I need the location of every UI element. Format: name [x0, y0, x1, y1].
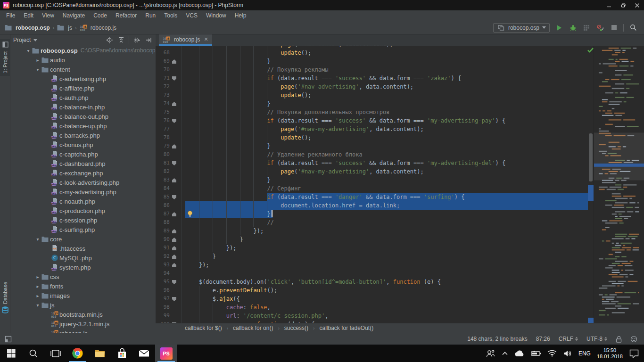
- readonly-lock-icon[interactable]: [616, 336, 622, 343]
- code-line-68[interactable]: 68 update();: [156, 49, 588, 57]
- code-line-85[interactable]: 85 if (data.result === 'danger' && data.…: [156, 193, 588, 201]
- file-explorer-icon[interactable]: [89, 345, 111, 362]
- breadcrumb-item-robocop-js[interactable]: 10010JSrobocop.js: [80, 24, 116, 32]
- tree-item-content[interactable]: ▾content: [10, 65, 156, 74]
- line-number[interactable]: 85: [156, 193, 170, 201]
- code-line-75[interactable]: 75 // Покупка дополнительных просмотров: [156, 108, 588, 116]
- code-line-98[interactable]: 98 cache: false,: [156, 303, 588, 312]
- tree-item-audio[interactable]: ▸audio: [10, 55, 156, 65]
- tree-item-c-surfing-php[interactable]: phpc-surfing.php: [10, 225, 156, 234]
- caret-position[interactable]: 87:26: [536, 336, 550, 342]
- code-line-89[interactable]: 89 });: [156, 227, 588, 235]
- line-number[interactable]: 94: [156, 269, 170, 278]
- line-number[interactable]: 95: [156, 278, 170, 286]
- tree-item-c-affilate-php[interactable]: phpc-affilate.php: [10, 83, 156, 93]
- hector-inspections-icon[interactable]: [630, 336, 637, 343]
- menu-navigate[interactable]: Navigate: [58, 10, 89, 21]
- code-line-92[interactable]: 92 }: [156, 252, 588, 261]
- language-indicator[interactable]: ENG: [578, 350, 591, 357]
- mail-icon[interactable]: [133, 345, 155, 362]
- stop-button[interactable]: [610, 24, 618, 32]
- menu-refactor[interactable]: Refactor: [111, 10, 141, 21]
- fold-collapse-icon[interactable]: [172, 76, 176, 81]
- line-number[interactable]: 83: [156, 176, 170, 184]
- line-number[interactable]: 89: [156, 227, 170, 235]
- tree-item-system-php[interactable]: phpsystem.php: [10, 263, 156, 272]
- gear-icon[interactable]: [132, 36, 141, 44]
- tree-toggle-icon[interactable]: ▾: [34, 237, 41, 242]
- menu-file[interactable]: File: [2, 10, 19, 21]
- code-breadcrumb-0[interactable]: callback for $(): [185, 325, 222, 331]
- attach-debugger-button[interactable]: [596, 24, 604, 32]
- code-line-79[interactable]: 79 }: [156, 142, 588, 150]
- inspection-ok-icon[interactable]: [587, 47, 594, 55]
- menu-help[interactable]: Help: [231, 10, 251, 21]
- tree-item-c-barracks-php[interactable]: phpc-barracks.php: [10, 131, 156, 140]
- code-line-91[interactable]: 91 });: [156, 244, 588, 252]
- tree-item-robocop-js[interactable]: 10010JSrobocop.js: [10, 329, 156, 333]
- close-icon[interactable]: ✕: [204, 36, 208, 42]
- code-line-83[interactable]: 83 }: [156, 176, 588, 184]
- line-number[interactable]: 87: [156, 210, 170, 218]
- code-line-95[interactable]: 95 $(document.body).on('click', 'button[…: [156, 278, 588, 286]
- wifi-icon[interactable]: [547, 350, 557, 357]
- phpstorm-taskbar-icon[interactable]: PS: [155, 345, 177, 362]
- code-line-87[interactable]: 87 }: [156, 210, 588, 218]
- sidebar-item-project[interactable]: 1: Project: [0, 39, 10, 76]
- code-line-77[interactable]: 77 page('#nav-my-advertising', data.cont…: [156, 125, 588, 133]
- menu-run[interactable]: Run: [141, 10, 160, 21]
- fold-end-icon[interactable]: [172, 178, 176, 182]
- search-everywhere-icon[interactable]: [629, 24, 637, 32]
- toolwindow-toggle-icon[interactable]: [4, 335, 12, 343]
- code-lines[interactable]: 67 page('#nav-bonus', data.content);68 u…: [156, 46, 588, 323]
- code-breadcrumb-1[interactable]: callback for on(): [233, 325, 273, 331]
- line-number[interactable]: 97: [156, 295, 170, 303]
- line-number[interactable]: 77: [156, 125, 170, 133]
- code-line-78[interactable]: 78 update();: [156, 133, 588, 142]
- tree-toggle-icon[interactable]: ▾: [34, 303, 41, 308]
- tree-item-c-auth-php[interactable]: phpc-auth.php: [10, 93, 156, 102]
- line-number[interactable]: 84: [156, 184, 170, 193]
- code-line-81[interactable]: 81 if (data.result === 'success' && data…: [156, 159, 588, 167]
- run-configuration-select[interactable]: robocop.osp: [493, 23, 550, 33]
- fold-collapse-icon[interactable]: [172, 297, 176, 301]
- menu-tools[interactable]: Tools: [160, 10, 182, 21]
- code-line-93[interactable]: 93 });: [156, 261, 588, 269]
- scrollbar-thumb[interactable]: [589, 133, 593, 181]
- tree-item--htaccess[interactable]: .htaccess: [10, 244, 156, 253]
- intention-lightbulb-icon[interactable]: [187, 210, 193, 219]
- line-number[interactable]: 76: [156, 116, 170, 125]
- tree-item-jquery-3-2-1-min-js[interactable]: 10010JSjquery-3.2.1.min.js: [10, 319, 156, 329]
- tree-item-c-advertising-php[interactable]: phpc-advertising.php: [10, 74, 156, 83]
- tree-item-c-production-php[interactable]: phpc-production.php: [10, 206, 156, 215]
- line-number[interactable]: 99: [156, 312, 170, 320]
- tree-toggle-icon[interactable]: ▸: [34, 274, 41, 280]
- tree-item-fonts[interactable]: ▸fonts: [10, 281, 156, 291]
- code-line-74[interactable]: 74 }: [156, 99, 588, 108]
- tree-item-c-bonus-php[interactable]: phpc-bonus.php: [10, 140, 156, 149]
- line-number[interactable]: 81: [156, 159, 170, 167]
- menu-view[interactable]: View: [38, 10, 58, 21]
- collapse-all-icon[interactable]: [117, 36, 125, 44]
- line-number[interactable]: 98: [156, 303, 170, 312]
- line-number[interactable]: 90: [156, 235, 170, 244]
- microsoft-store-icon[interactable]: [111, 345, 133, 362]
- run-button[interactable]: [555, 24, 563, 32]
- start-button[interactable]: [0, 345, 22, 362]
- run-with-coverage-button[interactable]: [582, 24, 591, 32]
- tree-toggle-icon[interactable]: ▾: [34, 67, 41, 72]
- tree-toggle-icon[interactable]: ▾: [25, 48, 32, 53]
- line-number[interactable]: 70: [156, 66, 170, 74]
- line-number[interactable]: 80: [156, 150, 170, 159]
- line-number[interactable]: 71: [156, 74, 170, 82]
- code-line-84[interactable]: 84 // Серфинг: [156, 184, 588, 193]
- taskbar-search-icon[interactable]: [22, 345, 44, 362]
- tree-item-robocop-osp[interactable]: ▾robocop.ospC:\OSPanel\domains\robocop.o…: [10, 46, 156, 55]
- line-number[interactable]: 92: [156, 252, 170, 261]
- tree-toggle-icon[interactable]: ▸: [34, 284, 41, 289]
- code-line-80[interactable]: 80 // Удаление рекламного блока: [156, 150, 588, 159]
- fold-collapse-icon[interactable]: [172, 119, 176, 123]
- fold-end-icon[interactable]: [172, 246, 176, 250]
- volume-icon[interactable]: [563, 350, 572, 357]
- code-line-96[interactable]: 96 e.preventDefault();: [156, 286, 588, 295]
